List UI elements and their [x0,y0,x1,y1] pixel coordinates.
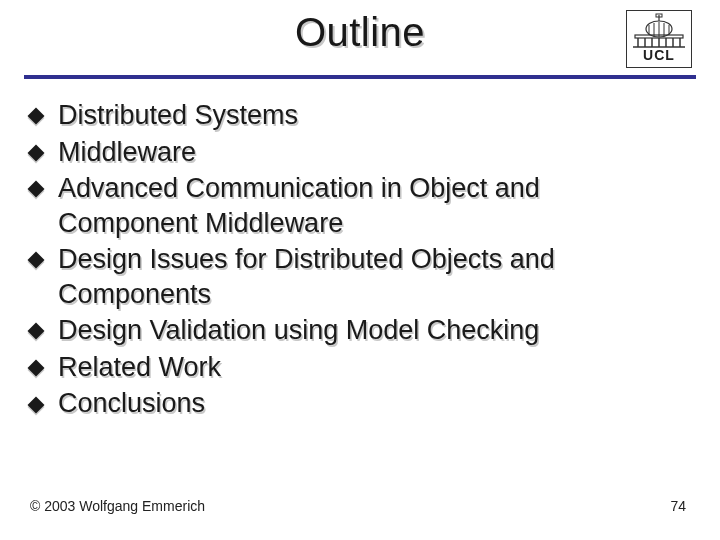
title-divider [24,75,696,79]
list-item: Distributed Systems [30,98,660,133]
footer-copyright: © 2003 Wolfgang Emmerich [30,498,205,514]
bullet-list: Distributed Systems Middleware Advanced … [30,98,660,421]
diamond-bullet-icon [28,144,45,161]
diamond-bullet-icon [28,181,45,198]
list-item: Conclusions [30,386,660,421]
bullet-text: Middleware [58,137,196,167]
diamond-bullet-icon [28,396,45,413]
list-item: Design Validation using Model Checking [30,313,660,348]
bullet-text: Design Issues for Distributed Objects an… [58,244,555,309]
list-item: Advanced Communication in Object and Com… [30,171,660,240]
list-item: Middleware [30,135,660,170]
list-item: Related Work [30,350,660,385]
bullet-text: Design Validation using Model Checking [58,315,539,345]
slide-body: Distributed Systems Middleware Advanced … [30,98,660,423]
slide-title: Outline [0,10,720,55]
bullet-text: Advanced Communication in Object and Com… [58,173,540,238]
bullet-text: Related Work [58,352,221,382]
logo-text: UCL [643,47,675,63]
diamond-bullet-icon [28,359,45,376]
diamond-bullet-icon [28,252,45,269]
diamond-bullet-icon [28,323,45,340]
footer-page-number: 74 [670,498,686,514]
slide: Outline UCL Distributed Systems Mid [0,0,720,540]
diamond-bullet-icon [28,108,45,125]
list-item: Design Issues for Distributed Objects an… [30,242,660,311]
bullet-text: Conclusions [58,388,205,418]
bullet-text: Distributed Systems [58,100,298,130]
ucl-logo: UCL [626,10,692,68]
dome-icon [629,11,689,49]
